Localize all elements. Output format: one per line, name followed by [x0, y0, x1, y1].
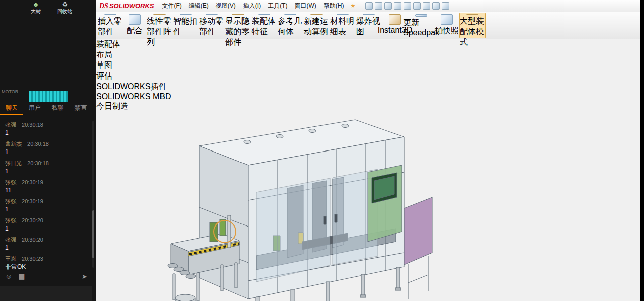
emoji-icon[interactable]: ☺ [5, 272, 12, 280]
ribbon-button[interactable]: 拍快照 [434, 13, 459, 38]
menu-item[interactable]: 视图(V) [212, 2, 239, 10]
chat-message-text: 11 [5, 187, 86, 194]
desktop-icon[interactable]: ♻ 回收站 [53, 1, 76, 15]
ribbon-button-icon [153, 14, 166, 15]
machine-3d-model[interactable] [96, 112, 640, 301]
chat-message-text: 非常OK [5, 263, 86, 270]
chat-message-header: 曹新杰 20:30:18 [5, 141, 86, 147]
chat-message-author: 张强 [5, 122, 16, 128]
chat-tab[interactable]: 禁言 [69, 102, 92, 115]
chat-message: 王胤 20:30:23 非常OK [5, 256, 86, 270]
commandmanager-tab[interactable]: 布局 [96, 50, 640, 60]
ribbon-button[interactable]: 更新 Speedpak [408, 13, 434, 38]
chat-message-header: 张强 20:30:20 [5, 217, 86, 224]
menu-item[interactable]: 编辑(E) [185, 2, 212, 10]
chat-message-time: 20:30:20 [22, 217, 43, 223]
commandmanager-tab[interactable]: 今日制造 [96, 101, 640, 112]
chat-message-text: 1 [5, 225, 86, 233]
toolbar-icon[interactable] [394, 2, 401, 10]
chat-message-text: 1 [5, 244, 86, 252]
ribbon-button[interactable]: 新建运动算例 [303, 13, 330, 38]
ribbon-button-icon [466, 14, 478, 15]
menu-item[interactable]: 插入(I) [239, 2, 264, 10]
ribbon-button[interactable]: 装配体特征 [251, 13, 277, 38]
menu-item[interactable]: 文件(F) [158, 2, 185, 10]
ribbon-button-icon [206, 14, 218, 15]
chat-message-header: 王胤 20:30:23 [5, 256, 86, 262]
chat-tab[interactable]: 用户 [23, 102, 46, 115]
quick-access-toolbar [365, 2, 449, 10]
solidworks-menubar: DSSOLIDWORKS 文件(F)编辑(E)视图(V)插入(I)工具(T)窗口… [96, 0, 640, 12]
chat-message-header: 张强 20:30:18 [5, 122, 86, 128]
chat-message: 张强 20:30:19 1 [5, 198, 86, 213]
ribbon-button-label: 配合 [127, 26, 143, 36]
chat-tabs: 聊天用户私聊禁言 [0, 102, 92, 115]
desktop-icon-glyph: ♻ [53, 1, 76, 8]
chat-tab[interactable]: 私聊 [46, 102, 69, 115]
commandmanager-tab[interactable]: 评估 [96, 71, 640, 82]
chat-message-author: 张强 [5, 179, 16, 185]
commandmanager-tab[interactable]: 草图 [96, 60, 640, 71]
ribbon-button[interactable]: 大型装配体模式 [459, 13, 486, 38]
chat-message-time: 20:30:18 [27, 160, 49, 166]
commandmanager-tab[interactable]: SOLIDWORKS插件 [96, 82, 640, 92]
commandmanager-tab[interactable]: SOLIDWORKS MBD [96, 92, 640, 101]
ribbon-button-label: 移动零部件 [199, 16, 224, 37]
toolbar-icon[interactable] [404, 2, 411, 10]
chat-message-author: 张强 [5, 198, 16, 204]
ribbon-button[interactable]: 配合 [123, 13, 146, 38]
chat-message-author: 曹新杰 [5, 141, 22, 147]
chat-message-author: 张强 [5, 237, 16, 243]
ribbon-button-icon [232, 14, 244, 15]
ribbon-button[interactable]: 参考几何体 [277, 13, 303, 38]
desktop-icon[interactable]: ♣ 大树 [24, 1, 47, 15]
chat-message-text: 1 [5, 206, 86, 213]
toolbar-icon[interactable] [413, 2, 421, 10]
chat-message-text: 1 [5, 129, 86, 137]
ribbon-button-label: 大型装配体模式 [460, 16, 485, 48]
ribbon-button-icon [415, 14, 427, 17]
ribbon-button[interactable]: 线性零部件阵列 [146, 13, 173, 38]
desktop-icon-glyph: ♣ [24, 1, 47, 8]
chat-scrollbar-thumb[interactable] [92, 210, 94, 258]
ribbon-button-label: 拍快照 [435, 26, 459, 36]
ribbon-button[interactable]: 移动零部件 [199, 13, 225, 38]
ribbon-button[interactable]: 插入零部件 [97, 13, 123, 38]
chat-message-text: 1 [5, 168, 86, 175]
toolbar-icon[interactable] [432, 2, 440, 10]
toolbar-icon[interactable] [375, 2, 382, 10]
toolbar-icon[interactable] [365, 2, 373, 10]
graphics-viewport [96, 112, 640, 301]
chat-input[interactable] [0, 286, 92, 301]
toolbar-icon[interactable] [442, 2, 449, 10]
ribbon-button[interactable]: 智能扣件 [173, 13, 199, 38]
chat-tab[interactable]: 聊天 [0, 102, 23, 115]
desktop-icon-label: 大树 [31, 9, 41, 14]
toolbar-icon[interactable] [384, 2, 392, 10]
solidworks-logo: DSSOLIDWORKS [99, 2, 154, 10]
ribbon-button-label: 参考几何体 [278, 16, 303, 37]
toolbar-icon[interactable] [423, 2, 430, 10]
chat-message-header: 张强 20:30:19 [5, 198, 86, 205]
send-icon[interactable]: ➤ [82, 273, 87, 280]
ribbon-button-label: 装配体特征 [252, 16, 277, 37]
image-icon[interactable]: ▦ [18, 272, 25, 280]
ribbon-button-label: 线性零部件阵列 [147, 16, 172, 48]
menu-item[interactable]: 帮助(H) [320, 2, 348, 10]
ribbon-button-label: 插入零部件 [98, 16, 123, 37]
chat-scrollbar[interactable] [92, 121, 94, 268]
ribbon-button[interactable]: 材料明细表 [330, 13, 356, 38]
chat-message-author: 张强 [5, 217, 16, 223]
menu-item[interactable]: 工具(T) [264, 2, 291, 10]
desktop-icon-label: 回收站 [57, 9, 72, 14]
chat-toolbar: ☺ ▦ ➤ [0, 270, 92, 283]
ribbon-button-icon [129, 14, 141, 25]
menu-item[interactable]: 窗口(W) [291, 2, 319, 10]
ribbon-button-icon [337, 14, 349, 15]
pin-menu-icon[interactable]: ★ [350, 3, 355, 9]
screen: DSSOLIDWORKS 文件(F)编辑(E)视图(V)插入(I)工具(T)窗口… [0, 0, 644, 301]
chat-message-list: 张强 20:30:18 1 曹新杰 20:30:18 1 张日光 20:30:1… [0, 119, 91, 270]
ribbon-button[interactable]: 显示隐藏的零部件 [225, 13, 251, 38]
commandmanager-tab[interactable]: 装配体 [96, 39, 640, 50]
chat-message: 曹新杰 20:30:18 1 [5, 141, 86, 156]
